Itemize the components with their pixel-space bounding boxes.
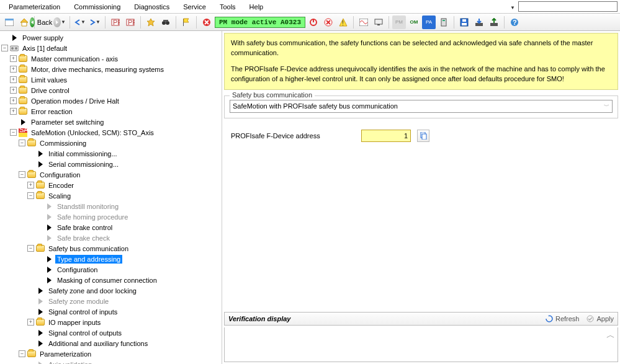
tree-motor[interactable]: Motor, drive mechanics, measuring system… (29, 65, 166, 74)
collapse-icon[interactable]: − (27, 245, 34, 252)
axis-icon (10, 44, 19, 53)
tree-axis-default[interactable]: Axis [1] default (20, 44, 69, 53)
arrow-icon (10, 33, 19, 42)
expand-icon[interactable]: + (10, 55, 17, 62)
error-x-icon[interactable] (321, 16, 335, 29)
binoculars-icon[interactable] (159, 16, 173, 29)
tree-safety-zone[interactable]: Safety zone and door locking (47, 286, 138, 295)
tree-scaling[interactable]: Scaling (47, 192, 73, 200)
tree-init-comm[interactable]: Initial commissioning... (47, 149, 119, 158)
forward-button[interactable]: ▼ (53, 16, 66, 29)
pa-badge-icon[interactable]: PA (422, 16, 436, 29)
tree-standstill[interactable]: Standstill monitoring (55, 202, 120, 211)
tree-safety-zone-mod[interactable]: Safety zone module (47, 297, 110, 306)
restart-icon[interactable] (307, 16, 320, 29)
collapse-icon[interactable]: − (10, 129, 17, 136)
navigation-tree[interactable]: Power supply −Axis [1] default +Master c… (0, 31, 222, 364)
folder-icon (19, 107, 27, 116)
back-button[interactable]: Back ▼ (38, 16, 52, 29)
monitor-icon[interactable] (372, 16, 385, 29)
tree-parameterization[interactable]: Parameterization (38, 350, 93, 358)
menu-tools[interactable]: Tools (213, 2, 242, 12)
svg-rect-30 (19, 133, 27, 137)
tree-sig-in[interactable]: Signal control of inputs (47, 308, 119, 316)
copy-button[interactable] (417, 130, 429, 142)
separator (353, 16, 354, 29)
tree-op-modes[interactable]: Operation modes / Drive Halt (29, 97, 121, 105)
tree-safe-brake-ctrl[interactable]: Safe brake control (55, 223, 114, 232)
param-b-icon[interactable]: PRA (124, 16, 137, 29)
verification-body: ︿ (224, 327, 618, 362)
tree-add-aux[interactable]: Additional and auxiliary functions (47, 339, 150, 348)
menu-parameterization[interactable]: Parameterization (2, 2, 66, 12)
profisafe-address-input[interactable] (361, 130, 411, 142)
svg-text:PRA: PRA (128, 19, 135, 26)
home-icon[interactable] (17, 16, 31, 29)
pm-badge-icon[interactable]: PM (392, 16, 406, 29)
tree-axis-valid[interactable]: Axis validation (47, 360, 94, 365)
warning-icon[interactable]: ! (336, 16, 350, 29)
save-icon[interactable] (457, 16, 471, 29)
folder-icon (36, 318, 45, 327)
param-a-icon[interactable]: PRA (109, 16, 122, 29)
om-badge-icon[interactable]: OM (407, 16, 421, 29)
expand-icon[interactable]: + (10, 97, 17, 104)
copy-icon (420, 132, 427, 140)
help-icon[interactable]: ? (508, 16, 521, 29)
tree-err-react[interactable]: Error reaction (29, 107, 74, 116)
collapse-icon[interactable]: − (19, 140, 25, 146)
tree-commissioning[interactable]: Commissioning (38, 139, 88, 148)
menu-commissioning[interactable]: Commissioning (68, 2, 127, 12)
collapse-icon[interactable]: − (27, 192, 34, 199)
expand-icon[interactable]: + (10, 108, 17, 115)
expand-icon[interactable]: + (27, 319, 34, 326)
forward-dropdown-icon[interactable]: ▼ (61, 19, 66, 25)
favorite-icon[interactable] (144, 16, 158, 29)
flag-icon[interactable] (179, 16, 193, 29)
download-icon[interactable] (472, 16, 486, 29)
tree-param-switch[interactable]: Parameter set switching (29, 118, 106, 127)
menu-service[interactable]: Service (177, 2, 212, 12)
tree-safety-bus[interactable]: Safety bus communication (47, 244, 130, 253)
tree-type-addressing[interactable]: Type and addressing (55, 255, 122, 264)
folder-icon (19, 76, 27, 84)
tree-configuration[interactable]: Configuration (38, 171, 82, 179)
upload-icon[interactable] (487, 16, 501, 29)
device-icon[interactable] (437, 16, 451, 29)
tree-limit[interactable]: Limit values (29, 76, 69, 84)
svg-rect-17 (441, 19, 446, 26)
error-clear-icon[interactable] (200, 16, 213, 29)
menu-diagnostics[interactable]: Diagnostics (128, 2, 176, 12)
tree-safe-brake-check[interactable]: Safe brake check (55, 234, 112, 242)
new-window-icon[interactable] (2, 16, 16, 29)
refresh-button[interactable]: Refresh (546, 315, 580, 322)
collapse-icon[interactable]: − (19, 171, 25, 178)
nav-right-icon[interactable]: ▼ (88, 16, 102, 29)
tree-serial-comm[interactable]: Serial commissioning... (47, 160, 120, 169)
expand-icon[interactable]: + (10, 76, 17, 83)
expand-icon[interactable]: + (27, 182, 34, 189)
tree-safemotion[interactable]: SafeMotion (Unlocked, SCM): STO_Axis (29, 128, 156, 137)
expand-icon[interactable]: + (10, 66, 17, 73)
search-input[interactable] (518, 1, 618, 12)
separator (70, 16, 70, 29)
tree-encoder[interactable]: Encoder (47, 181, 76, 190)
search-dropdown-icon[interactable]: ▼ (509, 4, 516, 11)
tree-masking[interactable]: Masking of consumer connection (55, 276, 159, 285)
tree-io-mapper[interactable]: IO mapper inputs (47, 318, 102, 327)
menu-help[interactable]: Help (243, 2, 270, 12)
scroll-up-icon[interactable]: ︿ (606, 330, 615, 341)
tree-safe-homing[interactable]: Safe homing procedure (55, 213, 130, 221)
collapse-icon[interactable]: − (19, 350, 25, 357)
tree-config[interactable]: Configuration (55, 265, 99, 274)
tree-master-comm[interactable]: Master communication - axis (29, 55, 120, 63)
oscilloscope-icon[interactable] (357, 16, 371, 29)
tree-power-supply[interactable]: Power supply (20, 33, 65, 42)
nav-left-icon[interactable]: ▼ (73, 16, 87, 29)
tree-drive-ctrl[interactable]: Drive control (29, 86, 71, 95)
expand-icon[interactable]: + (10, 87, 17, 94)
collapse-icon[interactable]: − (1, 45, 8, 51)
apply-button[interactable]: Apply (586, 315, 614, 322)
tree-sig-out[interactable]: Signal control of outputs (47, 329, 124, 337)
safety-bus-dropdown[interactable]: SafeMotion with PROFIsafe safety bus com… (230, 100, 613, 113)
